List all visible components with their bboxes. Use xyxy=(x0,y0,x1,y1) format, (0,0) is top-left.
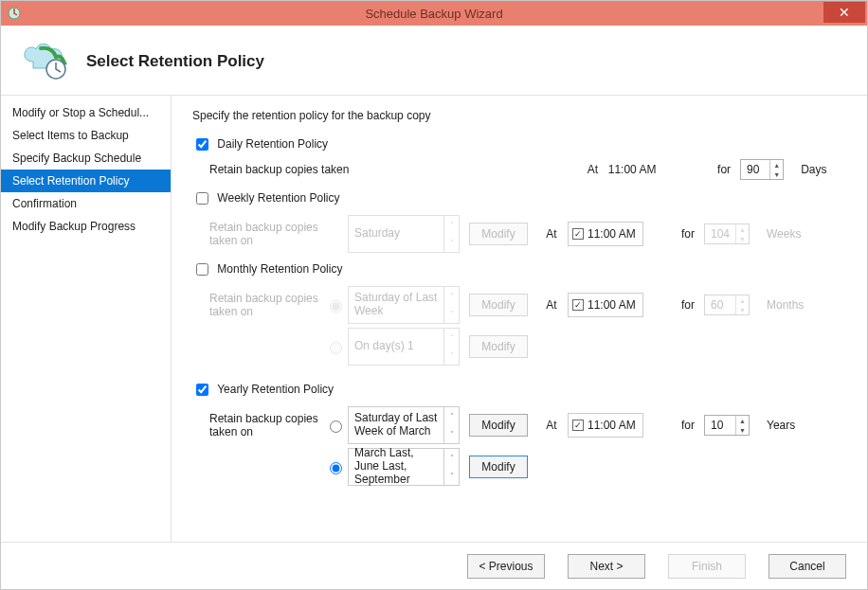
main-panel: Specify the retention policy for the bac… xyxy=(172,96,867,542)
spinner-icon: ▲▼ xyxy=(735,224,749,243)
yearly-radio-2[interactable] xyxy=(330,462,342,474)
monthly-time-box[interactable]: ✓ 11:00 AM xyxy=(568,293,643,317)
monthly-policy-row: Monthly Retention Policy xyxy=(192,260,850,278)
yearly-checkbox[interactable] xyxy=(196,384,208,396)
monthly-retain-label: Retain backup copies taken on xyxy=(209,292,321,319)
wizard-window: Schedule Backup Wizard ✕ Select Retentio… xyxy=(0,0,868,590)
yearly-for-label: for xyxy=(662,419,695,432)
yearly-modify-button-1[interactable]: Modify xyxy=(469,414,528,437)
wizard-sidebar: Modify or Stop a Schedul... Select Items… xyxy=(1,96,172,542)
monthly-opt2-value: On day(s) 1 xyxy=(349,329,443,365)
chevron-updown-icon: ˄˅ xyxy=(443,216,459,252)
weekly-day-value: Saturday xyxy=(349,216,443,252)
spinner-icon[interactable]: ▲▼ xyxy=(735,416,749,435)
weekly-time-box[interactable]: ✓ 11:00 AM xyxy=(568,222,643,246)
weekly-weeks-stepper: 104 ▲▼ xyxy=(704,223,750,244)
monthly-opt1-row: Retain backup copies taken on Saturday o… xyxy=(209,284,850,326)
monthly-time-check[interactable]: ✓ xyxy=(572,299,584,311)
weekly-weeks-value: 104 xyxy=(705,224,735,243)
yearly-radio-1[interactable] xyxy=(330,420,342,433)
weekly-retain-label: Retain backup copies taken on xyxy=(209,221,321,248)
monthly-checkbox[interactable] xyxy=(196,263,208,276)
monthly-unit-label: Months xyxy=(767,298,818,312)
daily-days-stepper[interactable]: 90 ▲▼ xyxy=(740,159,784,180)
titlebar: Schedule Backup Wizard ✕ xyxy=(1,1,867,26)
previous-button[interactable]: < Previous xyxy=(467,554,545,579)
sidebar-item-retention-policy[interactable]: Select Retention Policy xyxy=(1,170,171,192)
monthly-months-value: 60 xyxy=(705,295,735,314)
yearly-opt2-value: March Last, June Last, September xyxy=(349,449,443,485)
yearly-retain-label: Retain backup copies taken on xyxy=(209,412,321,439)
chevron-updown-icon: ˄˅ xyxy=(443,287,459,323)
sidebar-item-confirmation[interactable]: Confirmation xyxy=(1,192,171,215)
yearly-checkbox-text: Yearly Retention Policy xyxy=(217,383,334,396)
yearly-years-stepper[interactable]: 10 ▲▼ xyxy=(704,415,750,436)
monthly-opt2-box: On day(s) 1 ˄˅ xyxy=(348,328,460,366)
monthly-opt2-row: On day(s) 1 ˄˅ Modify xyxy=(209,326,850,367)
monthly-for-label: for xyxy=(662,298,695,312)
monthly-opt1-value: Saturday of Last Week xyxy=(349,287,443,323)
yearly-time-check[interactable]: ✓ xyxy=(572,420,584,431)
weekly-modify-button: Modify xyxy=(469,223,528,245)
yearly-at-label: At xyxy=(537,419,566,432)
yearly-unit-label: Years xyxy=(767,419,818,432)
footer-bar: < Previous Next > Finish Cancel xyxy=(1,542,867,589)
monthly-time-value: 11:00 AM xyxy=(588,298,636,312)
daily-unit-label: Days xyxy=(801,163,850,176)
close-button[interactable]: ✕ xyxy=(823,2,865,23)
content-area: Modify or Stop a Schedul... Select Items… xyxy=(1,96,867,542)
daily-time-value: 11:00 AM xyxy=(608,163,681,176)
spinner-icon: ▲▼ xyxy=(735,295,749,314)
daily-checkbox-label[interactable]: Daily Retention Policy xyxy=(192,137,328,151)
weekly-checkbox-label[interactable]: Weekly Retention Policy xyxy=(192,191,340,205)
chevron-updown-icon[interactable]: ˄˅ xyxy=(443,407,459,443)
monthly-modify-button-1: Modify xyxy=(469,294,528,316)
daily-checkbox-text: Daily Retention Policy xyxy=(217,137,328,151)
sidebar-item-specify-schedule[interactable]: Specify Backup Schedule xyxy=(1,147,171,170)
intro-text: Specify the retention policy for the bac… xyxy=(192,109,850,122)
chevron-updown-icon: ˄˅ xyxy=(443,329,459,365)
page-title: Select Retention Policy xyxy=(86,52,264,71)
monthly-modify-button-2: Modify xyxy=(469,335,528,358)
sidebar-item-select-items[interactable]: Select Items to Backup xyxy=(1,124,171,147)
chevron-updown-icon[interactable]: ˄˅ xyxy=(443,449,459,485)
yearly-time-box[interactable]: ✓ 11:00 AM xyxy=(568,413,643,438)
sidebar-item-backup-progress[interactable]: Modify Backup Progress xyxy=(1,215,171,238)
weekly-checkbox[interactable] xyxy=(196,192,208,205)
monthly-opt1-box: Saturday of Last Week ˄˅ xyxy=(348,286,460,324)
daily-checkbox[interactable] xyxy=(196,138,208,151)
daily-for-label: for xyxy=(699,163,731,176)
yearly-modify-button-2[interactable]: Modify xyxy=(469,456,528,478)
weekly-day-box: Saturday ˄˅ xyxy=(348,215,460,253)
yearly-opt1-row: Retain backup copies taken on Saturday o… xyxy=(209,404,850,446)
monthly-at-label: At xyxy=(537,298,566,312)
weekly-time-check[interactable]: ✓ xyxy=(572,228,584,240)
monthly-radio-1 xyxy=(330,300,342,313)
yearly-policy-row: Yearly Retention Policy xyxy=(192,381,850,399)
yearly-checkbox-label[interactable]: Yearly Retention Policy xyxy=(192,383,334,396)
weekly-at-label: At xyxy=(537,227,566,241)
weekly-time-value: 11:00 AM xyxy=(588,227,636,241)
cancel-button[interactable]: Cancel xyxy=(769,554,846,579)
yearly-time-value: 11:00 AM xyxy=(588,419,636,432)
yearly-opt1-box[interactable]: Saturday of Last Week of March ˄˅ xyxy=(348,406,460,444)
monthly-radio-2 xyxy=(330,342,342,354)
yearly-opt2-row: March Last, June Last, September ˄˅ Modi… xyxy=(209,446,850,488)
window-title: Schedule Backup Wizard xyxy=(1,7,867,21)
sidebar-item-modify-stop[interactable]: Modify or Stop a Schedul... xyxy=(1,101,171,124)
daily-policy-row: Daily Retention Policy xyxy=(192,135,850,153)
monthly-checkbox-label[interactable]: Monthly Retention Policy xyxy=(192,262,342,276)
weekly-for-label: for xyxy=(662,227,695,241)
spinner-icon[interactable]: ▲▼ xyxy=(769,160,783,179)
daily-at-label: At xyxy=(579,163,606,176)
monthly-checkbox-text: Monthly Retention Policy xyxy=(217,262,342,276)
wizard-logo-icon xyxy=(20,39,69,83)
weekly-unit-label: Weeks xyxy=(767,227,818,241)
monthly-months-stepper: 60 ▲▼ xyxy=(704,295,750,315)
close-icon: ✕ xyxy=(839,5,850,20)
daily-retain-label: Retain backup copies taken xyxy=(209,163,570,176)
yearly-opt2-box[interactable]: March Last, June Last, September ˄˅ xyxy=(348,448,460,486)
next-button[interactable]: Next > xyxy=(568,554,645,579)
app-icon xyxy=(5,4,24,23)
weekly-policy-row: Weekly Retention Policy xyxy=(192,189,850,207)
